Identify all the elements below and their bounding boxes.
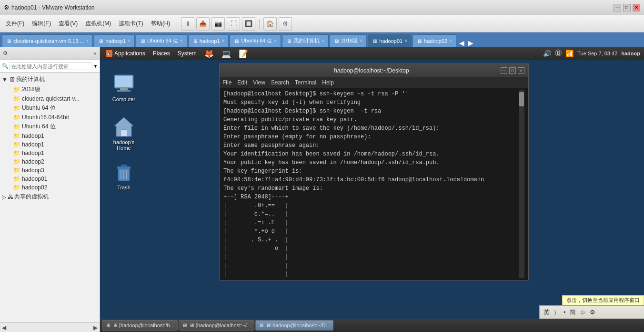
sidebar-item-hadoop1-c[interactable]: 📁 hadoop1 [0, 149, 100, 157]
tab-icon: 🖥 [192, 38, 198, 44]
menu-help[interactable]: 帮助(H) [148, 19, 173, 29]
tab-close[interactable]: × [222, 38, 225, 43]
tab-ubuntu2[interactable]: 🖥 Ubuntu 64 位 × [230, 34, 281, 47]
desktop-icon-home[interactable]: hadoop's Home [105, 114, 143, 153]
terminal-minimize[interactable]: — [501, 67, 507, 74]
ime-balloon-text: 点击，切换至当前应用程序窗口 [566, 297, 640, 303]
taskbar-item-3[interactable]: 🖥 🖥 hadoop@localhost:~/D... [255, 320, 333, 331]
sidebar-item-hadoop1-a[interactable]: 📁 hadoop1 [0, 132, 100, 140]
terminal-menu-edit[interactable]: Edit [237, 79, 247, 86]
tab-mycomputer[interactable]: 🖥 我的计算机 × [282, 34, 329, 47]
taskbar-item-1[interactable]: 🖥 🖥 [hadoop@localhost:/h... [102, 320, 178, 331]
taskbar-icon-1: 🖥 [105, 322, 111, 328]
sidebar-item-cloudera[interactable]: 📁 cloudera-quickstart-v... [0, 94, 100, 103]
fullscreen-button[interactable]: ⛶ [227, 17, 240, 31]
taskbar-label-2: 🖥 [hadoop@localhost:~/... [189, 322, 251, 328]
terminal-content[interactable]: [hadoop@localhost Desktop]$ ssh-keygen -… [220, 88, 528, 280]
terminal-close[interactable]: × [518, 67, 524, 74]
tab-hadoop1-2[interactable]: 🖥 hadoop1 × [188, 34, 229, 47]
desktop-icon-trash[interactable]: Trash [105, 159, 143, 192]
ime-paren[interactable]: ） [553, 308, 560, 317]
tab-close[interactable]: × [449, 38, 452, 43]
tab-close[interactable]: × [322, 38, 324, 43]
minimize-button[interactable]: — [614, 4, 621, 11]
sidebar-left-arrow[interactable]: ◀ [2, 324, 6, 331]
tabs-nav-right[interactable]: ▶ [466, 39, 475, 47]
search-dropdown-icon[interactable]: ▼ [93, 64, 98, 69]
terminal-menu-help[interactable]: Help [322, 79, 334, 86]
tab-close[interactable]: × [404, 38, 407, 43]
tab-hadoop01[interactable]: 🖥 hadoop01 × [368, 34, 412, 47]
gnome-system-menu[interactable]: System [176, 50, 199, 57]
trash-desktop-icon [112, 161, 135, 184]
close-button[interactable]: ✕ [633, 4, 640, 11]
sidebar-item-ubuntu64[interactable]: 📁 Ubuntu 64 位 [0, 122, 100, 132]
tab-close[interactable]: × [274, 38, 277, 43]
sidebar-item-hadoop01[interactable]: 📁 hadoop01 [0, 175, 100, 183]
sidebar-close[interactable]: × [94, 51, 97, 56]
gnome-apps-menu[interactable]: 🐧 Applications [104, 50, 147, 57]
menu-file[interactable]: 文件(F) [3, 19, 27, 29]
tree-item-label: 我的计算机 [16, 75, 45, 83]
snapshot-button[interactable]: 📷 [211, 17, 225, 31]
tab-close[interactable]: × [128, 38, 131, 43]
desktop-icon-computer[interactable]: Computer [105, 71, 143, 104]
tab-cloudera[interactable]: 🖥 cloudera-quickstart-vm-5.13.... × [2, 34, 93, 47]
window-controls: — □ ✕ [614, 4, 640, 11]
tab-2018[interactable]: 🖥 2018级 × [330, 34, 367, 47]
sidebar-item-hadoop2[interactable]: 📁 hadoop2 [0, 157, 100, 166]
terminal-menu-search[interactable]: Search [271, 79, 289, 86]
sound-icon[interactable]: 🔊 [543, 50, 551, 57]
editor-icon: 📝 [239, 49, 248, 58]
sidebar-item-shared[interactable]: ▷ 🖧 共享的虚拟机 [0, 192, 100, 202]
gnome-places-menu[interactable]: Places [151, 50, 172, 57]
ime-cn[interactable]: 简 [570, 308, 576, 317]
ime-panel: 英 ） • 简 ☺ ⚙ [539, 305, 644, 319]
firefox-launcher[interactable]: 🦊 [202, 49, 216, 58]
terminal-maximize[interactable]: □ [509, 67, 516, 74]
sidebar-item-ubuntu16[interactable]: 📁 Ubuntu16.04-64bit [0, 113, 100, 122]
search-icon: 🔍 [2, 63, 9, 69]
ime-dot[interactable]: • [564, 309, 566, 316]
terminal-scrollbar[interactable] [519, 90, 524, 278]
menu-view[interactable]: 查看(V) [56, 19, 80, 29]
sidebar-item-hadoop02[interactable]: 📁 hadoop02 [0, 183, 100, 192]
unity-button[interactable]: 🔲 [242, 17, 255, 31]
terminal-menu-terminal[interactable]: Terminal [295, 79, 316, 86]
tab-ubuntu1[interactable]: 🖥 Ubuntu 64 位 × [136, 34, 187, 47]
tab-hadoop02[interactable]: 🖥 hadoop02 × [413, 34, 456, 47]
search-input[interactable] [10, 62, 92, 70]
sidebar-item-ubuntu1[interactable]: 📁 Ubuntu 64 位 [0, 103, 100, 113]
settings-button[interactable]: ⚙ [279, 17, 292, 31]
sidebar-item-mycomputer[interactable]: ▼ 🖥 我的计算机 [0, 74, 100, 84]
ime-en[interactable]: 英 [543, 308, 550, 317]
menu-edit[interactable]: 编辑(E) [29, 19, 54, 29]
launcher-3[interactable]: 📝 [237, 49, 250, 58]
menu-vm[interactable]: 虚拟机(M) [82, 19, 114, 29]
pause-button[interactable]: ⏸ [181, 17, 194, 31]
restore-button[interactable]: □ [623, 4, 631, 11]
tab-hadoop1-1[interactable]: 🖥 hadoop1 × [94, 34, 135, 47]
tabs-nav-left[interactable]: ◀ [457, 39, 466, 47]
sidebar-item-hadoop3[interactable]: 📁 hadoop3 [0, 166, 100, 175]
home-button[interactable]: 🏠 [263, 17, 277, 31]
menu-tabs[interactable]: 选项卡(T) [116, 19, 146, 29]
places-label: Places [153, 50, 170, 57]
tab-close[interactable]: × [86, 38, 89, 43]
taskbar-item-2[interactable]: 🖥 🖥 [hadoop@localhost:~/... [179, 320, 254, 331]
launcher-2[interactable]: 💻 [220, 49, 233, 58]
tab-close[interactable]: × [360, 38, 362, 43]
sidebar-item-hadoop1-b[interactable]: 📁 hadoop1 [0, 140, 100, 149]
tab-icon: 🖥 [140, 38, 145, 44]
send-to-button[interactable]: 📤 [196, 17, 210, 31]
bluetooth-icon[interactable]: Ⓑ [555, 49, 562, 58]
network-status-icon[interactable]: 📶 [565, 50, 574, 57]
sidebar-right-arrow[interactable]: ▶ [93, 324, 98, 331]
folder-icon: 📁 [13, 105, 20, 112]
terminal-menu-file[interactable]: File [222, 79, 231, 86]
sidebar-item-2018[interactable]: 📁 2018级 [0, 84, 100, 94]
terminal-menu-view[interactable]: View [253, 79, 265, 86]
ime-smile[interactable]: ☺ [580, 309, 586, 316]
tab-close[interactable]: × [180, 38, 183, 43]
ime-gear[interactable]: ⚙ [590, 309, 595, 316]
